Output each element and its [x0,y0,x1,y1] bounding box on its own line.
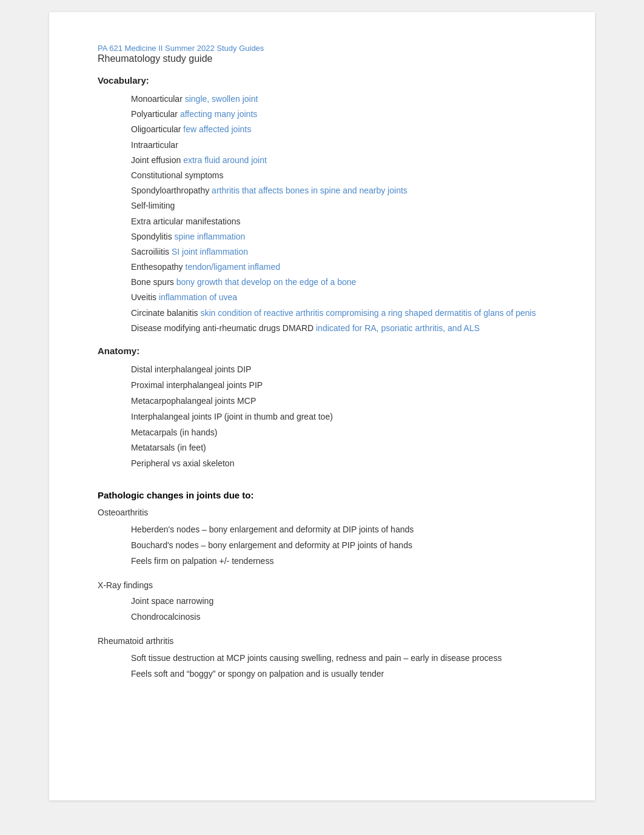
vocab-label: Extra articular manifestations [131,216,241,226]
pathologic-heading: Pathologic changes in joints due to: [98,490,546,500]
vocab-label: Polyarticular [131,109,178,119]
vocab-label: Joint effusion [131,155,181,165]
anatomy-heading: Anatomy: [98,346,546,356]
vocab-definition: spine inflammation [172,232,246,241]
anatomy-item: Peripheral vs axial skeleton [131,456,546,472]
vocab-label: Self-limiting [131,201,175,210]
vocab-definition: SI joint inflammation [169,247,248,257]
osteoarthritis-label: Osteoarthritis [98,508,546,517]
vocabulary-item: Polyarticular affecting many joints [131,107,546,122]
vocabulary-item: Spondylitis spine inflammation [131,229,546,244]
anatomy-item: Metacarpals (in hands) [131,425,546,441]
vocabulary-item: Bone spurs bony growth that develop on t… [131,275,546,290]
vocab-definition: inflammation of uvea [156,292,237,302]
breadcrumb-link[interactable]: PA 621 Medicine II Summer 2022 Study Gui… [98,44,264,53]
vocabulary-item: Circinate balanitis skin condition of re… [131,306,546,321]
vocabulary-item: Self-limiting [131,198,546,213]
vocab-definition: tendon/ligament inflamed [183,262,280,272]
anatomy-item: Metatarsals (in feet) [131,440,546,456]
xray-label: X-Ray findings [98,580,546,590]
anatomy-item: Distal interphalangeal joints DIP [131,362,546,378]
xray-item: Chondrocalcinosis [131,609,546,625]
vocabulary-item: Spondyloarthropathy arthritis that affec… [131,183,546,198]
vocabulary-item: Constitutional symptoms [131,168,546,183]
vocab-definition: arthritis that affects bones in spine an… [209,186,408,195]
vocab-label: Spondyloarthropathy [131,186,209,195]
vocab-label: Circinate balanitis [131,308,198,318]
anatomy-item: Metacarpophalangeal joints MCP [131,394,546,409]
vocabulary-item: Extra articular manifestations [131,214,546,229]
vocab-definition: skin condition of reactive arthritis com… [198,308,536,318]
rheumatoid-item: Feels soft and “boggy” or spongy on palp… [131,666,546,682]
vocab-definition: few affected joints [181,124,251,134]
vocab-definition: extra fluid around joint [181,155,267,165]
vocabulary-item: Enthesopathy tendon/ligament inflamed [131,260,546,275]
rheumatoid-list: Soft tissue destruction at MCP joints ca… [98,651,546,682]
vocab-label: Intraarticular [131,140,178,150]
vocab-label: Constitutional symptoms [131,170,224,180]
vocabulary-item: Disease modifying anti-rheumatic drugs D… [131,321,546,336]
xray-item: Joint space narrowing [131,594,546,609]
vocab-label: Monoarticular [131,94,183,104]
pathologic-section: Pathologic changes in joints due to: Ost… [98,490,546,682]
page-title: Rheumatology study guide [98,53,546,64]
anatomy-item: Proximal interphalangeal joints PIP [131,378,546,394]
vocab-label: Uveitis [131,292,156,302]
anatomy-section: Anatomy: Distal interphalangeal joints D… [98,346,546,472]
vocab-label: Spondylitis [131,232,172,241]
vocabulary-heading: Vocabulary: [98,75,546,86]
vocabulary-item: Monoarticular single, swollen joint [131,92,546,107]
vocabulary-item: Intraarticular [131,138,546,153]
page-container: PA 621 Medicine II Summer 2022 Study Gui… [49,12,595,800]
anatomy-list: Distal interphalangeal joints DIPProxima… [98,362,546,472]
vocab-definition: single, swollen joint [183,94,258,104]
vocab-label: Bone spurs [131,277,174,287]
vocabulary-item: Joint effusion extra fluid around joint [131,153,546,168]
rheumatoid-label: Rheumatoid arthritis [98,636,546,646]
vocabulary-item: Sacroiliitis SI joint inflammation [131,244,546,260]
vocab-definition: affecting many joints [178,109,257,119]
vocabulary-item: Uveitis inflammation of uvea [131,290,546,305]
osteoarthritis-item: Feels firm on palpation +/- tenderness [131,554,546,569]
osteoarthritis-list: Heberden's nodes – bony enlargement and … [98,522,546,569]
vocab-label: Sacroiliitis [131,247,169,257]
rheumatoid-item: Soft tissue destruction at MCP joints ca… [131,651,546,666]
osteoarthritis-item: Heberden's nodes – bony enlargement and … [131,522,546,538]
vocabulary-item: Oligoarticular few affected joints [131,122,546,137]
vocab-definition: indicated for RA, psoriatic arthritis, a… [314,323,480,333]
vocab-label: Disease modifying anti-rheumatic drugs D… [131,323,314,333]
anatomy-item: Interphalangeal joints IP (joint in thum… [131,409,546,425]
vocab-label: Oligoarticular [131,124,181,134]
vocabulary-list: Monoarticular single, swollen jointPolya… [98,92,546,336]
vocab-label: Enthesopathy [131,262,183,272]
osteoarthritis-item: Bouchard's nodes – bony enlargement and … [131,538,546,554]
vocab-definition: bony growth that develop on the edge of … [174,277,356,287]
xray-list: Joint space narrowingChondrocalcinosis [98,594,546,625]
